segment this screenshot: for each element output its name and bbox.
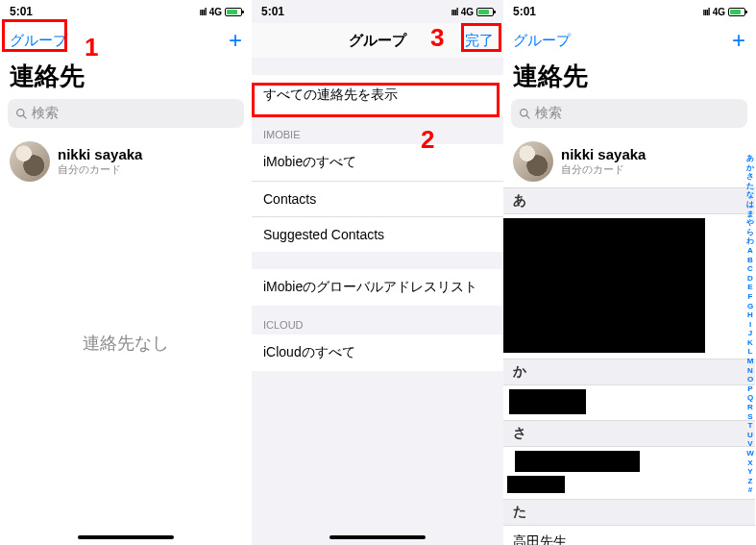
- index-char[interactable]: D: [747, 274, 753, 284]
- group-row[interactable]: Suggested Contacts: [252, 217, 503, 252]
- done-button[interactable]: 完了: [446, 32, 494, 50]
- group-row[interactable]: Contacts: [252, 182, 503, 217]
- group-row[interactable]: iMobieのすべて: [252, 144, 503, 182]
- status-time: 5:01: [261, 5, 284, 18]
- group-section-imobie: IMOBIE iMobieのすべて Contacts Suggested Con…: [252, 115, 503, 252]
- index-char[interactable]: ら: [746, 228, 754, 237]
- group-row[interactable]: iCloudのすべて: [252, 334, 503, 371]
- index-char[interactable]: S: [747, 412, 752, 422]
- search-icon: [519, 108, 531, 120]
- index-char[interactable]: J: [748, 329, 752, 338]
- my-card[interactable]: nikki sayaka 自分のカード: [0, 136, 252, 187]
- status-right: ıııl 4G: [200, 7, 242, 17]
- index-char[interactable]: X: [747, 458, 752, 468]
- search-placeholder: 検索: [535, 105, 562, 122]
- page-title: 連絡先: [0, 58, 252, 99]
- network-label: 4G: [713, 7, 725, 17]
- show-all-contacts[interactable]: すべての連絡先を表示: [252, 75, 503, 115]
- index-char[interactable]: O: [747, 375, 753, 384]
- contact-redacted[interactable]: [503, 385, 755, 420]
- index-char[interactable]: P: [747, 384, 752, 394]
- mycard-sub: 自分のカード: [561, 162, 646, 177]
- search-placeholder: 検索: [32, 105, 59, 122]
- status-bar: 5:01 ıııl 4G: [252, 0, 503, 23]
- index-char[interactable]: か: [746, 163, 754, 173]
- status-bar: 5:01 ıııl 4G: [0, 0, 252, 23]
- section-ta: た: [503, 499, 755, 526]
- mycard-sub: 自分のカード: [58, 162, 142, 177]
- groups-button[interactable]: グループ: [513, 32, 571, 50]
- search-input[interactable]: 検索: [8, 99, 244, 128]
- index-char[interactable]: ま: [746, 210, 754, 219]
- svg-point-0: [17, 109, 24, 115]
- svg-point-2: [521, 109, 527, 115]
- groups-button[interactable]: グループ: [10, 32, 67, 50]
- index-char[interactable]: V: [747, 439, 752, 449]
- index-char[interactable]: K: [747, 338, 753, 348]
- section-sa: さ: [503, 420, 755, 447]
- section-ka: か: [503, 359, 755, 385]
- contact-redacted[interactable]: [503, 447, 755, 499]
- index-char[interactable]: Q: [747, 393, 753, 403]
- status-right: ıııl 4G: [703, 7, 745, 17]
- index-char[interactable]: や: [746, 218, 754, 228]
- status-time: 5:01: [10, 5, 33, 18]
- index-char[interactable]: た: [746, 182, 754, 191]
- index-char[interactable]: F: [748, 292, 753, 302]
- search-input[interactable]: 検索: [511, 99, 747, 128]
- group-header: IMOBIE: [252, 115, 503, 144]
- add-contact-button[interactable]: +: [732, 27, 745, 54]
- add-contact-button[interactable]: +: [229, 27, 242, 54]
- nav-bar: グループ 完了: [252, 23, 503, 58]
- signal-bars-icon: ıııl: [703, 7, 710, 17]
- index-char[interactable]: W: [746, 449, 754, 458]
- index-char[interactable]: C: [747, 264, 753, 274]
- mycard-name: nikki sayaka: [58, 146, 142, 162]
- index-char[interactable]: R: [747, 403, 753, 412]
- section-a: あ: [503, 187, 755, 214]
- network-label: 4G: [209, 7, 222, 17]
- group-section-gal: iMobieのグローバルアドレスリスト: [252, 269, 503, 306]
- index-char[interactable]: #: [748, 485, 752, 495]
- group-row[interactable]: iMobieのグローバルアドレスリスト: [252, 269, 503, 306]
- status-bar: 5:01 ıııl 4G: [503, 0, 755, 23]
- section-index[interactable]: あかさたなはまやらわABCDEFGHIJKLMNOPQRSTUVWXYZ#: [746, 154, 754, 495]
- index-char[interactable]: Z: [748, 477, 753, 486]
- nav-bar: グループ +: [503, 23, 755, 58]
- index-char[interactable]: U: [747, 431, 753, 440]
- index-char[interactable]: M: [747, 357, 754, 366]
- signal-bars-icon: ıııl: [451, 7, 458, 17]
- index-char[interactable]: さ: [746, 172, 754, 182]
- index-char[interactable]: I: [749, 320, 751, 330]
- battery-icon: [476, 8, 494, 16]
- index-char[interactable]: あ: [746, 154, 754, 163]
- status-time: 5:01: [513, 5, 536, 18]
- index-char[interactable]: T: [748, 421, 753, 431]
- svg-line-3: [526, 115, 529, 118]
- contact-redacted[interactable]: [503, 214, 755, 359]
- index-char[interactable]: N: [747, 366, 753, 376]
- index-char[interactable]: L: [748, 347, 753, 357]
- signal-bars-icon: ıııl: [200, 7, 207, 17]
- nav-bar: グループ +: [0, 23, 252, 58]
- home-indicator[interactable]: [329, 535, 426, 539]
- search-icon: [15, 108, 28, 120]
- home-indicator[interactable]: [78, 535, 174, 539]
- index-char[interactable]: E: [747, 283, 752, 292]
- index-char[interactable]: は: [746, 200, 754, 210]
- page-title: 連絡先: [503, 58, 755, 99]
- contact-row[interactable]: 高田先生: [503, 526, 755, 545]
- index-char[interactable]: わ: [746, 236, 754, 246]
- mycard-name: nikki sayaka: [561, 146, 646, 162]
- screen-contacts-empty: 5:01 ıııl 4G グループ + 連絡先 検索 nikki sayaka …: [0, 0, 252, 545]
- group-section-icloud: ICLOUD iCloudのすべて: [252, 306, 503, 371]
- index-char[interactable]: A: [747, 246, 753, 256]
- index-char[interactable]: な: [746, 190, 754, 200]
- index-char[interactable]: B: [747, 256, 753, 265]
- empty-state: 連絡先なし: [0, 332, 252, 355]
- index-char[interactable]: Y: [747, 467, 752, 477]
- index-char[interactable]: G: [747, 302, 753, 311]
- index-char[interactable]: H: [747, 310, 753, 320]
- battery-icon: [728, 8, 745, 16]
- my-card[interactable]: nikki sayaka 自分のカード: [503, 136, 755, 187]
